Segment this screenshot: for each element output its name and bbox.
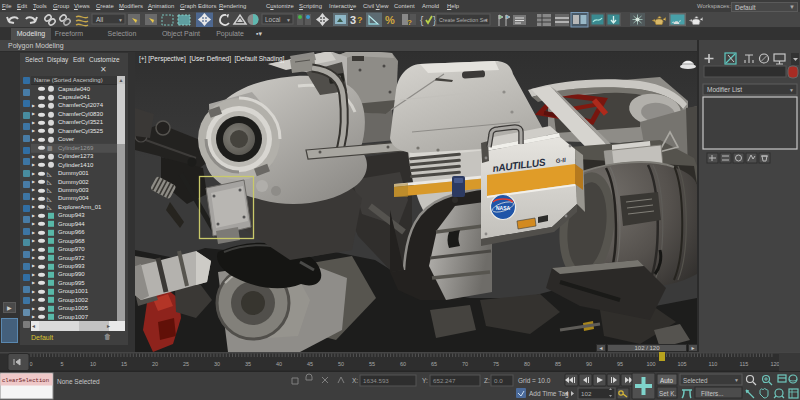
svg-text:{: { (420, 15, 424, 26)
svg-text:▼: ▼ (789, 87, 794, 93)
svg-text:Modifier List: Modifier List (707, 86, 742, 93)
svg-text:100: 100 (646, 361, 655, 367)
svg-text:0: 0 (29, 361, 32, 367)
svg-text:3: 3 (350, 14, 356, 26)
svg-text:Selected: Selected (683, 377, 708, 384)
svg-text:40: 40 (276, 361, 282, 367)
svg-text:▼: ▼ (484, 18, 488, 23)
svg-text:?: ? (407, 18, 412, 27)
svg-text:?: ? (357, 15, 363, 25)
svg-text:X:: X: (352, 377, 358, 384)
svg-text:110: 110 (709, 361, 718, 367)
svg-text:Grid = 10.0: Grid = 10.0 (518, 377, 551, 384)
svg-text:75: 75 (493, 361, 499, 367)
svg-text:80: 80 (524, 361, 530, 367)
svg-text:1634.593: 1634.593 (363, 377, 389, 384)
svg-text:25: 25 (183, 361, 189, 367)
svg-text:▼: ▼ (734, 377, 739, 383)
svg-text:55: 55 (369, 361, 375, 367)
svg-text:15: 15 (121, 361, 127, 367)
svg-text:85: 85 (555, 361, 561, 367)
svg-text:All: All (96, 16, 104, 23)
svg-text:G-II: G-II (555, 157, 566, 164)
svg-text:60: 60 (400, 361, 406, 367)
svg-text:Set K.: Set K. (659, 390, 676, 397)
svg-text:105: 105 (677, 361, 686, 367)
svg-text:Filters...: Filters... (701, 390, 724, 397)
svg-text:0.0: 0.0 (494, 377, 503, 384)
svg-text:Z:: Z: (484, 377, 490, 384)
svg-text:50: 50 (338, 361, 344, 367)
svg-text:65: 65 (431, 361, 437, 367)
svg-text:30: 30 (214, 361, 220, 367)
svg-text:45: 45 (307, 361, 313, 367)
svg-text:5: 5 (60, 361, 63, 367)
svg-text:▼: ▼ (118, 17, 123, 23)
svg-text:20: 20 (152, 361, 158, 367)
svg-text:70: 70 (462, 361, 468, 367)
svg-text:35: 35 (245, 361, 251, 367)
svg-text:▼: ▼ (286, 17, 291, 23)
svg-text:Create Selection Set: Create Selection Set (439, 17, 488, 23)
svg-text:102: 102 (581, 390, 592, 397)
svg-text:Add Time Tag: Add Time Tag (529, 390, 569, 398)
svg-text:NASA: NASA (496, 205, 511, 211)
svg-text:None Selected: None Selected (57, 378, 100, 385)
svg-text:Local: Local (265, 16, 281, 23)
svg-text:10: 10 (90, 361, 96, 367)
svg-text:Y:: Y: (422, 377, 428, 384)
svg-text:120: 120 (770, 361, 779, 367)
svg-text:115: 115 (740, 361, 749, 367)
svg-text:%: % (385, 14, 395, 26)
svg-text:Auto: Auto (660, 377, 673, 384)
svg-text:95: 95 (617, 361, 623, 367)
svg-text:652.247: 652.247 (433, 377, 456, 384)
svg-text:90: 90 (586, 361, 592, 367)
svg-text:clearSelection: clearSelection (2, 377, 49, 384)
